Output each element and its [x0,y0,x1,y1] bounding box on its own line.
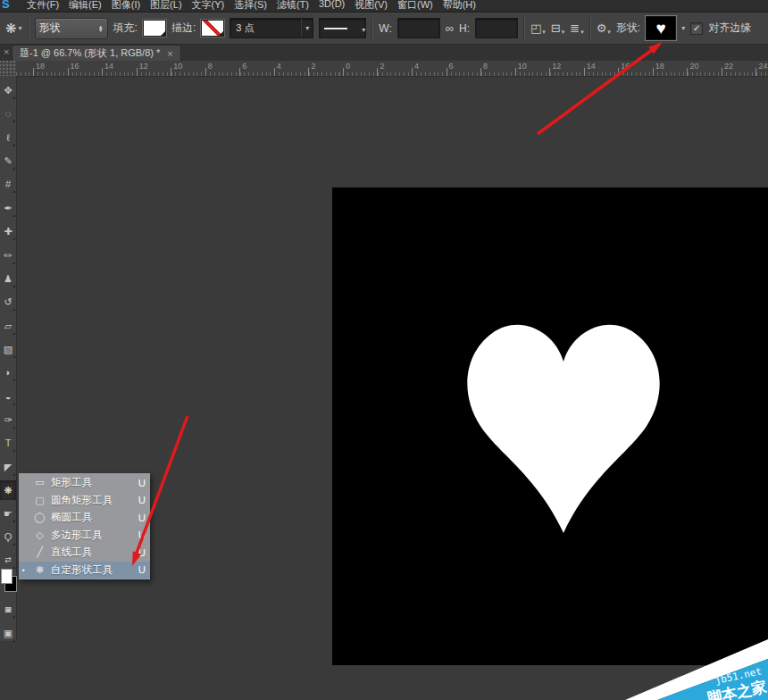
dodge-tool[interactable]: ◒ [0,387,16,406]
tool-mode-value: 形状 [39,21,61,36]
path-arrangement-icon: ≣ [570,21,580,35]
polygon-icon: ◇ [33,529,46,541]
brush-tool[interactable]: ✏ [0,246,16,265]
shortcut-key: U [138,564,146,575]
horizontal-ruler: 18 16 14 12 10 8 6 4 2 0 2 4 6 8 10 12 1… [16,61,768,77]
shortcut-key: U [138,529,146,540]
stroke-width-select[interactable]: 3 点 ▾ [230,18,313,38]
menu-layer[interactable]: 图层(L) [150,0,181,12]
width-input[interactable] [397,18,440,38]
screen-mode-button[interactable]: ▣ [0,623,16,643]
hand-tool[interactable]: ☛ [0,504,16,523]
marquee-tool[interactable]: ◌ [0,104,16,123]
menu-bar: S 文件(F) 编辑(E) 图像(I) 图层(L) 文字(Y) 选择(S) 滤镜… [0,0,768,12]
align-edges-label: 对齐边缘 [708,21,751,36]
blur-tool[interactable]: ◗ [0,362,16,382]
pen-tool[interactable]: ✑ [0,410,16,429]
stroke-color-swatch[interactable] [201,20,224,37]
rectangle-icon: ▭ [33,477,46,488]
divider [371,17,373,40]
quick-mask-button[interactable]: ◙ [0,599,16,619]
gear-icon: ⚙ [597,21,607,35]
ruler-number: 0 [346,62,350,71]
menu-file[interactable]: 文件(F) [27,0,59,12]
ruler-number: 2 [311,62,315,71]
heart-shape-icon: ♥ [656,20,666,37]
menu-select[interactable]: 选择(S) [234,0,267,12]
path-operations-button[interactable]: ◰ ▾ [530,21,546,35]
ruler-number: 18 [655,62,664,71]
eraser-tool[interactable]: ▱ [0,316,16,336]
link-dimensions-icon[interactable]: ∞ [446,21,454,35]
menu-item-polygon-tool[interactable]: ◇ 多边形工具 U [19,527,150,545]
chevron-down-icon: ▾ [305,24,309,32]
ruler-number: 6 [242,62,246,71]
rounded-rectangle-icon: ▢ [33,495,46,506]
menu-filter[interactable]: 滤镜(T) [277,0,309,12]
eyedropper-tool[interactable]: ✒ [0,198,16,218]
crop-tool[interactable]: # [0,174,16,194]
foreground-color-swatch[interactable] [1,569,13,584]
gradient-tool[interactable]: ▧ [0,339,16,359]
shape-preset-picker[interactable]: ♥ [646,16,676,40]
ruler-number: 6 [449,62,454,71]
menu-view[interactable]: 视图(V) [355,0,388,12]
menu-item-custom-shape-tool[interactable]: ▪ ❋ 自定形状工具 U [19,562,150,579]
close-icon[interactable]: × [167,48,172,59]
menu-item-rounded-rectangle-tool[interactable]: ▢ 圆角矩形工具 U [19,492,150,510]
divider [523,17,525,40]
lasso-tool[interactable]: ℓ [0,128,16,147]
menu-help[interactable]: 帮助(H) [443,0,476,12]
swap-colors-icon[interactable]: ⇄ [0,550,16,570]
history-brush-tool[interactable]: ↺ [0,292,16,312]
fill-color-swatch[interactable] [143,20,166,37]
path-alignment-button[interactable]: ⊟ ▾ [551,21,564,35]
menu-item-line-tool[interactable]: ╱ 直线工具 U [19,544,150,562]
tools-panel: ✥ ◌ ℓ ✎ # ✒ ✚ ✏ ♟ ↺ ▱ ▧ ◗ ◒ ✑ T ◤ ❋ ☛ Ϙ … [0,76,17,641]
ruler-number: 4 [414,62,419,71]
toolbar-grip [0,61,16,77]
ruler-number: 14 [587,62,596,71]
menu-window[interactable]: 窗口(W) [397,0,433,12]
quick-selection-tool[interactable]: ✎ [0,151,16,171]
geometry-options-button[interactable]: ⚙ ▾ [597,21,611,35]
tool-mode-select[interactable]: 形状 ▲▼ [35,18,108,39]
clone-stamp-tool[interactable]: ♟ [0,269,16,288]
ruler-number: 8 [483,62,488,71]
path-arrangement-button[interactable]: ≣ ▾ [570,21,583,35]
menu-image[interactable]: 图像(I) [112,0,140,12]
document-tab[interactable]: 题-1 @ 66.7% (形状 1, RGB/8) * × [12,45,181,61]
ruler-number: 14 [104,62,113,71]
chevron-down-icon: ▾ [542,29,546,36]
line-icon: ╱ [33,546,46,558]
ruler-number: 4 [277,62,281,71]
ruler-number: 16 [71,62,79,71]
width-label: W: [379,22,391,35]
stroke-style-select[interactable]: ▾ [319,18,366,38]
custom-shape-icon: ❋ [33,564,46,576]
height-input[interactable] [475,18,518,38]
tab-overflow-close-icon[interactable]: × [4,46,9,57]
active-tool-bullet: ▪ [22,566,29,574]
align-edges-checkbox[interactable]: ✓ [690,22,703,35]
shortcut-key: U [138,478,146,488]
document-tab-bar: × 题-1 @ 66.7% (形状 1, RGB/8) * × [0,45,768,62]
tool-preset-picker[interactable]: ❋ ▾ [5,21,22,37]
menu-item-ellipse-tool[interactable]: ◯ 椭圆工具 U [19,509,150,527]
shortcut-key: U [138,512,146,523]
type-tool[interactable]: T [0,433,16,453]
document-canvas[interactable] [332,188,768,665]
custom-shape-tool[interactable]: ❋ [0,480,16,500]
zoom-tool[interactable]: Ϙ [0,527,16,546]
shortcut-key: U [138,547,146,558]
menu-type[interactable]: 文字(Y) [192,0,225,12]
healing-brush-tool[interactable]: ✚ [0,221,16,241]
ruler-number: 22 [724,62,733,71]
menu-3d[interactable]: 3D(D) [319,0,345,12]
move-tool[interactable]: ✥ [0,80,16,100]
menu-edit[interactable]: 编辑(E) [69,0,102,12]
spinner-arrows-icon: ▲▼ [98,25,104,32]
path-selection-tool[interactable]: ◤ [0,457,16,477]
swatch-corner-icon [219,31,223,36]
menu-item-rectangle-tool[interactable]: ▭ 矩形工具 U [19,474,150,492]
